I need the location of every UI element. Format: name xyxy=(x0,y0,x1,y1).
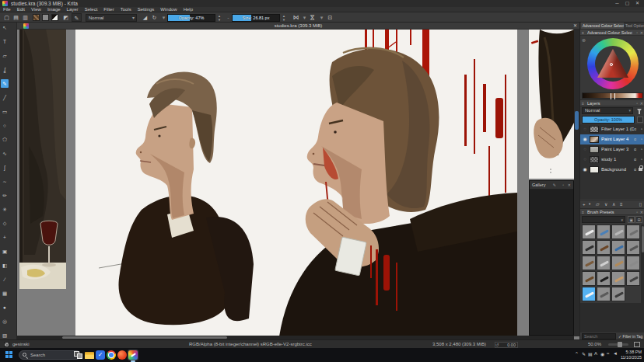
tray-wifi-icon[interactable]: ≈ xyxy=(607,351,609,356)
taskbar-search[interactable]: Search xyxy=(19,350,81,360)
close-docker-icon[interactable]: ✕ xyxy=(640,100,643,107)
delete-layer-icon[interactable]: ▯ xyxy=(639,200,642,208)
tab-tool-options[interactable]: Tool Options xyxy=(624,23,644,29)
layer-properties-icon[interactable]: ≡ xyxy=(620,200,623,208)
zoom-slider[interactable] xyxy=(608,343,628,346)
pattern-chooser[interactable] xyxy=(42,14,49,21)
preset-view-mode-icon[interactable]: ▣ xyxy=(628,216,635,223)
menu-edit[interactable]: Edit xyxy=(14,7,28,12)
layer-lock-icon[interactable] xyxy=(639,168,642,171)
menu-view[interactable]: View xyxy=(28,7,44,12)
menu-settings[interactable]: Settings xyxy=(135,7,158,12)
brush-preset-tile[interactable] xyxy=(626,271,640,286)
float-docker-icon[interactable]: ▫ xyxy=(636,100,638,107)
brush-preset-tile[interactable] xyxy=(597,225,611,239)
brush-preset-tile[interactable] xyxy=(582,256,596,270)
brush-preset-tile[interactable] xyxy=(597,240,611,255)
close-docker-icon[interactable]: ✕ xyxy=(640,209,643,216)
brush-preset-tile[interactable] xyxy=(597,287,611,301)
tool-enclose-fill[interactable]: ◎ xyxy=(1,317,9,325)
move-layer-up-icon[interactable]: ∧ xyxy=(612,200,615,208)
selection-display-icon[interactable] xyxy=(4,342,9,347)
layer-options-button[interactable] xyxy=(637,117,643,123)
colour-wheel-area[interactable]: ⊛ xyxy=(580,36,644,92)
mirror-vertical-icon[interactable]: ⋈ xyxy=(308,13,317,22)
start-button[interactable] xyxy=(5,351,13,359)
docker-menu-icon[interactable]: ≡ xyxy=(582,100,584,107)
layer-row-paint-layer-3[interactable]: ○Paint Layer 3ɑ▫ xyxy=(580,144,644,155)
reload-preset-icon[interactable]: ↻ xyxy=(150,13,159,22)
alpha-lock-icon[interactable]: ▫ xyxy=(641,155,642,165)
layer-row-study-1[interactable]: ○study 1ɑ▫ xyxy=(580,155,644,165)
opacity-spinner[interactable]: ▲▼ xyxy=(217,14,222,22)
brush-preset-tile[interactable] xyxy=(582,225,596,239)
taskbar-clock[interactable]: 5:38 PM 11/10/2025 xyxy=(620,350,642,360)
tool-dynamic-brush[interactable]: ✏ xyxy=(1,191,9,200)
menu-help[interactable]: Help xyxy=(180,7,196,12)
close-button[interactable]: ✕ xyxy=(632,0,642,7)
tool-move[interactable]: + xyxy=(1,233,9,242)
canvas-left-strip-artwork[interactable] xyxy=(19,30,66,289)
canvas-viewport[interactable]: Gallery ✎ ▫ ✕ xyxy=(17,30,579,339)
tool-pattern-edit[interactable]: ▦ xyxy=(1,289,9,298)
eraser-mode-icon[interactable]: ◢ xyxy=(141,13,149,22)
canvas-right-strip-artwork[interactable] xyxy=(529,30,574,179)
tool-ellipse[interactable]: ○ xyxy=(1,121,9,130)
layer-visibility-eye-icon[interactable]: ◉ xyxy=(582,165,588,175)
tray-keyboard-icon[interactable]: ▤ xyxy=(588,351,593,357)
tool-transform[interactable]: ⬦ xyxy=(1,219,9,228)
brush-preset-tile[interactable] xyxy=(611,256,625,270)
selector-settings-gear-icon[interactable]: ⊛ xyxy=(582,37,586,43)
brush-preset-tile[interactable] xyxy=(611,287,625,301)
canvas-rotation-field[interactable]: ↺0.00 xyxy=(495,342,518,348)
brush-preset-tile[interactable] xyxy=(611,240,625,255)
fg-bg-color-chooser[interactable] xyxy=(51,14,58,21)
krita-icon[interactable] xyxy=(128,350,138,360)
preset-tag-select[interactable]: ▾ xyxy=(582,216,625,223)
chrome-icon[interactable] xyxy=(106,350,117,360)
size-slider[interactable]: Size: 26.81 px xyxy=(232,14,280,22)
layer-visibility-eye-icon[interactable]: ○ xyxy=(582,155,588,165)
menu-file[interactable]: File xyxy=(0,7,14,12)
inherit-alpha-icon[interactable]: ɑ xyxy=(634,124,636,134)
tool-freehand-path[interactable]: ∼ xyxy=(1,177,9,186)
tool-colorize-mask[interactable]: ▧ xyxy=(1,331,9,339)
tray-network-icon[interactable]: ◉ xyxy=(600,351,604,357)
tray-language-icon[interactable]: A xyxy=(594,351,597,356)
gallery-settings-icon[interactable]: ✎ xyxy=(553,181,556,190)
canvas-vscrollbar-thumb[interactable] xyxy=(575,111,579,130)
preset-scrollbar[interactable] xyxy=(641,225,644,303)
alpha-lock-icon[interactable]: ▫ xyxy=(641,144,642,155)
inherit-alpha-icon[interactable]: ɑ xyxy=(634,165,636,175)
tool-select-shapes[interactable]: ↖ xyxy=(1,23,9,32)
subwindow-close-icon[interactable]: ✕ xyxy=(573,23,577,30)
layer-visibility-eye-icon[interactable]: ◉ xyxy=(582,134,588,144)
gallery-titlebar[interactable]: Gallery ✎ ▫ ✕ xyxy=(530,181,573,190)
brush-preset-tile[interactable] xyxy=(626,256,640,270)
brush-preset-tile[interactable] xyxy=(626,225,640,239)
layer-opacity-slider[interactable]: Opacity: 100% xyxy=(582,116,635,124)
menu-select[interactable]: Select xyxy=(82,7,101,12)
brush-preset-tile[interactable] xyxy=(626,240,640,255)
tool-polyline[interactable]: ∿ xyxy=(1,149,9,158)
tray-pen-icon[interactable]: ✎ xyxy=(582,351,586,357)
fullscreen-icon[interactable] xyxy=(634,342,640,347)
layer-visibility-eye-icon[interactable]: ○ xyxy=(582,144,588,155)
layers-docker-header[interactable]: ≡ Layers ▫ ✕ xyxy=(580,99,644,106)
maximize-button[interactable]: ▢ xyxy=(622,0,632,7)
brush-preset-tile[interactable] xyxy=(582,287,596,301)
brush-preset-tile[interactable] xyxy=(582,271,596,286)
layer-visibility-eye-icon[interactable]: ○ xyxy=(582,124,588,134)
edit-brush-settings-icon[interactable]: ✎ xyxy=(72,13,82,22)
preset-search-input[interactable] xyxy=(582,333,616,339)
minimize-button[interactable]: ─ xyxy=(612,0,622,7)
workspace-chooser-icon[interactable]: ⊡ xyxy=(326,13,334,22)
menu-filter[interactable]: Filter xyxy=(100,7,117,12)
tool-bezier[interactable]: ʃ xyxy=(1,163,9,172)
size-spinner[interactable]: ▲▼ xyxy=(282,14,286,22)
canvas-hscrollbar-thumb[interactable] xyxy=(62,336,227,339)
menu-image[interactable]: Image xyxy=(44,7,64,12)
file-explorer-icon[interactable] xyxy=(84,350,95,360)
new-document-icon[interactable]: ▢ xyxy=(2,13,11,22)
blending-mode-select[interactable]: Normal ▾ xyxy=(86,14,137,22)
